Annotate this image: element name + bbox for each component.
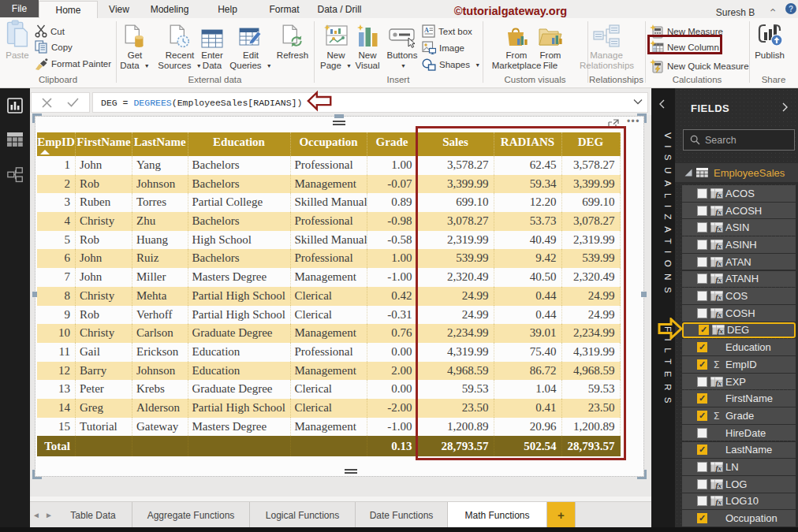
column-header-grade[interactable]: Grade	[367, 132, 418, 156]
resize-handle-bottom-left[interactable]	[32, 470, 42, 479]
field-checkbox-education[interactable]: ✓	[697, 342, 707, 352]
field-item-cos[interactable]: fxCOS	[682, 288, 796, 304]
field-item-firstname[interactable]: ✓FirstName	[682, 390, 796, 407]
collapse-fields-icon[interactable]	[782, 102, 789, 114]
focus-mode-icon[interactable]	[608, 118, 620, 128]
field-item-empid[interactable]: ✓ΣEmpID	[682, 356, 796, 373]
image-button[interactable]: Image	[422, 41, 464, 54]
field-item-log10[interactable]: fxLOG10	[682, 493, 796, 510]
field-item-occupation[interactable]: ✓Occupation	[682, 510, 796, 526]
column-header-occupation[interactable]: Occupation	[291, 132, 367, 156]
filters-pane-tab[interactable]: FILTERS	[663, 326, 673, 410]
fields-table-item[interactable]: EmployeeSales	[675, 163, 798, 182]
field-checkbox-atan[interactable]	[697, 257, 707, 267]
formula-expand-icon[interactable]	[633, 98, 643, 107]
resize-handle-top-left[interactable]	[32, 113, 42, 123]
field-checkbox-cos[interactable]	[697, 291, 707, 301]
field-checkbox-asin[interactable]	[697, 222, 707, 233]
page-tab-math-functions[interactable]: Math Functions	[448, 502, 547, 528]
field-checkbox-log10[interactable]	[697, 496, 707, 506]
copy-button[interactable]: Copy	[35, 40, 73, 54]
expand-pane-icon[interactable]	[658, 99, 665, 111]
field-item-ln[interactable]: fxLN	[682, 459, 796, 475]
text-box-button[interactable]: AText box	[422, 24, 472, 38]
new-column-button[interactable]: New Column	[650, 40, 719, 54]
field-checkbox-lastname[interactable]: ✓	[697, 445, 707, 455]
more-options-icon[interactable]: •••	[627, 116, 640, 127]
field-item-asinh[interactable]: fxASINH	[682, 236, 796, 253]
field-checkbox-deg[interactable]: ✓	[699, 325, 709, 335]
field-checkbox-asinh[interactable]	[697, 240, 707, 250]
field-checkbox-exp[interactable]	[697, 377, 707, 387]
field-item-acos[interactable]: fxACOS	[682, 185, 796, 202]
field-checkbox-hiredate[interactable]	[697, 428, 707, 438]
field-checkbox-acosh[interactable]	[697, 206, 707, 216]
fields-search-input[interactable]: Search	[683, 129, 795, 151]
menu-tab-home[interactable]: Home	[39, 1, 98, 18]
field-item-log[interactable]: fxLOG	[682, 476, 796, 493]
column-header-lastname[interactable]: LastName	[132, 132, 188, 156]
field-checkbox-acos[interactable]	[697, 188, 707, 199]
field-checkbox-ln[interactable]	[697, 462, 707, 472]
formula-input[interactable]: DEG = DEGREES(EmployeeSales[RADIANS])	[92, 92, 648, 113]
table-visual[interactable]: ••• EmpIDFirstNameLastNameEducationOccup…	[35, 117, 643, 476]
field-item-atanh[interactable]: fxATANH	[682, 271, 796, 288]
field-checkbox-log[interactable]	[697, 479, 707, 489]
column-header-deg[interactable]: DEG	[562, 132, 621, 156]
page-tab-date-functions[interactable]: Date Functions	[356, 502, 448, 528]
buttons-button[interactable]: Buttons▼	[375, 20, 429, 72]
menu-tab-data-drill[interactable]: Data / Drill	[312, 0, 367, 18]
page-tab-table-data[interactable]: Table Data	[54, 502, 132, 528]
collapse-table-icon[interactable]	[684, 169, 692, 177]
field-item-exp[interactable]: fxEXP	[682, 374, 796, 390]
field-checkbox-grade[interactable]: ✓	[697, 411, 707, 421]
shapes-button[interactable]: Shapes ▼	[422, 58, 480, 71]
page-tab-logical-functions[interactable]: Logical Functions	[250, 502, 356, 528]
field-checkbox-occupation[interactable]: ✓	[697, 513, 707, 523]
resize-handle-top[interactable]	[334, 114, 344, 118]
from-file-button[interactable]: FromFile	[524, 20, 577, 70]
menu-tab-file[interactable]: File	[0, 0, 39, 17]
new-measure-button[interactable]: New Measure	[650, 24, 723, 39]
resize-handle-bottom-right[interactable]	[637, 470, 647, 479]
menu-tab-help[interactable]: Help	[199, 0, 256, 18]
field-item-grade[interactable]: ✓ΣGrade	[682, 407, 796, 424]
field-item-asin[interactable]: fxASIN	[682, 219, 796, 236]
help-icon[interactable]: ?	[785, 3, 796, 14]
page-tab-next-icon[interactable]: ►	[45, 511, 53, 519]
field-item-acosh[interactable]: fxACOSH	[682, 203, 796, 219]
field-item-deg[interactable]: ✓fxDEG	[682, 322, 796, 339]
column-header-firstname[interactable]: FirstName	[76, 132, 132, 156]
cut-button[interactable]: Cut	[35, 24, 65, 38]
field-item-cosh[interactable]: fxCOSH	[682, 305, 796, 322]
commit-formula-icon[interactable]	[67, 98, 79, 107]
column-header-radians[interactable]: RADIANS	[494, 132, 562, 156]
field-item-atan[interactable]: fxATAN	[682, 254, 796, 270]
field-item-hiredate[interactable]: HireDate	[682, 425, 796, 441]
drag-grip-top[interactable]	[333, 121, 345, 122]
page-tab-aggregate-functions[interactable]: Aggregate Functions	[132, 502, 250, 528]
field-checkbox-empid[interactable]: ✓	[697, 359, 707, 370]
column-header-sales[interactable]: Sales	[418, 132, 494, 156]
menu-tab-view[interactable]: View	[98, 0, 140, 18]
drag-grip-bottom[interactable]	[345, 472, 357, 474]
data-view-icon[interactable]	[7, 132, 23, 148]
manage-relationships-button[interactable]: ManageRelationships	[580, 20, 633, 70]
field-checkbox-firstname[interactable]: ✓	[697, 393, 707, 404]
field-item-education[interactable]: ✓Education	[682, 339, 796, 355]
model-view-icon[interactable]	[7, 167, 23, 183]
format-painter-button[interactable]: Format Painter	[35, 58, 111, 70]
publish-button[interactable]: Publish	[743, 20, 796, 61]
resize-handle-right[interactable]	[641, 292, 647, 297]
field-checkbox-cosh[interactable]	[697, 308, 707, 318]
column-header-education[interactable]: Education	[188, 132, 291, 156]
field-item-lastname[interactable]: ✓LastName	[682, 442, 796, 459]
new-quick-measure-button[interactable]: New Quick Measure	[650, 59, 749, 73]
report-view-icon[interactable]	[7, 98, 23, 113]
menu-tab-format[interactable]: Format	[256, 0, 312, 18]
visualizations-pane-tab[interactable]: VISUALIZATIONS	[663, 132, 673, 299]
cancel-formula-icon[interactable]	[42, 98, 52, 108]
field-checkbox-atanh[interactable]	[697, 273, 707, 284]
new-page-tab-button[interactable]: +	[547, 502, 576, 528]
menu-tab-modeling[interactable]: Modeling	[140, 0, 199, 18]
